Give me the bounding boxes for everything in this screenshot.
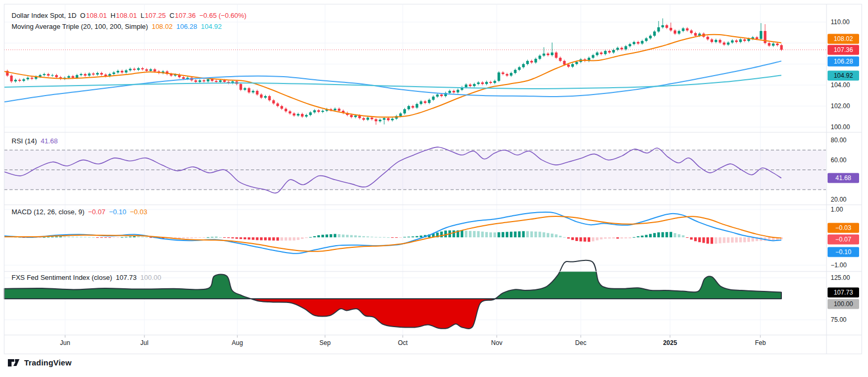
tradingview-attribution[interactable]: TradingView [7, 358, 71, 367]
sentiment-value: 107.73 [116, 274, 137, 281]
ma-title: Moving Average Triple (20, 100, 200, Sim… [12, 23, 148, 30]
macd-legend-row[interactable]: MACD (12, 26, close, 9) −0.07 −0.10 −0.0… [12, 208, 147, 216]
ma-legend-row[interactable]: Moving Average Triple (20, 100, 200, Sim… [12, 23, 222, 30]
macd-line-value: −0.10 [109, 208, 127, 216]
rsi-title: RSI (14) [12, 137, 37, 145]
ma100-value: 106.28 [176, 23, 197, 30]
symbol-title: Dollar Index Spot, 1D [12, 12, 77, 19]
sentiment-title: FXS Fed Sentiment Index (close) [12, 274, 112, 281]
time-axis[interactable] [4, 335, 827, 354]
tradingview-logo-icon [7, 358, 20, 367]
sentiment-baseline-value: 100.00 [140, 274, 161, 281]
chart-widget: Dollar Index Spot, 1D O108.01 H108.01 L1… [0, 0, 868, 377]
macd-signal-value: −0.03 [130, 208, 148, 216]
change-value: −0.65 (−0.60%) [200, 12, 247, 19]
macd-title: MACD (12, 26, close, 9) [12, 208, 85, 216]
ohlc-open: O108.01 [80, 12, 107, 19]
ohlc-high: H108.01 [110, 12, 137, 19]
brand-name: TradingView [24, 358, 71, 367]
ma200-value: 104.92 [201, 23, 222, 30]
rsi-legend-row[interactable]: RSI (14) 41.68 [12, 137, 58, 145]
sentiment-legend-row[interactable]: FXS Fed Sentiment Index (close) 107.73 1… [12, 274, 161, 281]
price-axis[interactable] [827, 4, 862, 354]
rsi-pane[interactable] [4, 132, 827, 205]
macd-hist-value: −0.07 [88, 208, 106, 216]
rsi-value: 41.68 [40, 137, 58, 145]
symbol-legend-row[interactable]: Dollar Index Spot, 1D O108.01 H108.01 L1… [12, 12, 246, 19]
ohlc-close: C107.36 [170, 12, 196, 19]
ma20-value: 108.02 [152, 23, 173, 30]
ohlc-low: L107.25 [141, 12, 166, 19]
